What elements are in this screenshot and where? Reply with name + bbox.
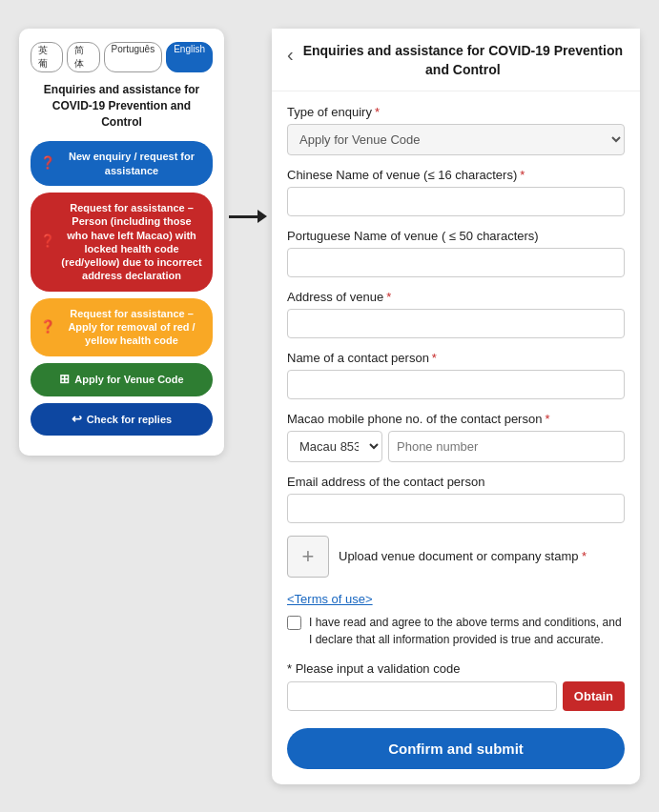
portuguese-name-label: Portuguese Name of venue ( ≤ 50 characte… [287,229,625,243]
validation-row: Obtain [287,681,625,711]
terms-section: <Terms of use> I have read and agree to … [287,590,625,648]
phone-group: Macao mobile phone no. of the contact pe… [287,412,625,462]
form-body: Type of enquiry * Apply for Venue Code N… [272,91,640,769]
phone-label: Macao mobile phone no. of the contact pe… [287,412,625,426]
remove-icon: ❓ [40,319,55,335]
phone-row: Macau 853 [287,431,625,462]
obtain-button[interactable]: Obtain [563,681,625,711]
upload-group: + Upload venue document or company stamp… [287,536,625,578]
request-assistance-label: Request for assistance – Person (includi… [60,201,203,283]
app-container: 英葡 简体 Português English Enquiries and as… [19,19,640,784]
lang-tab-portuguese[interactable]: Português [104,42,163,72]
type-of-enquiry-select[interactable]: Apply for Venue Code New enquiry / reque… [287,124,625,155]
venue-code-label: Apply for Venue Code [74,373,183,386]
phone-number-input[interactable] [388,431,625,462]
terms-checkbox[interactable] [287,616,301,630]
portuguese-name-group: Portuguese Name of venue ( ≤ 50 characte… [287,229,625,277]
email-group: Email address of the contact person [287,475,625,523]
back-button[interactable]: ‹ [287,44,294,66]
replies-icon: ↩ [72,412,82,428]
address-required: * [386,290,391,304]
contact-name-label: Name of a contact person * [287,351,625,365]
phone-prefix-select[interactable]: Macau 853 [287,431,382,462]
address-label: Address of venue * [287,290,625,304]
type-of-enquiry-label: Type of enquiry * [287,105,625,119]
check-replies-button[interactable]: ↩ Check for replies [31,403,213,436]
right-header: ‹ Enquiries and assistance for COVID-19 … [272,29,640,91]
venue-icon: ⊞ [59,372,70,388]
validation-section: * Please input a validation code Obtain [287,661,625,711]
phone-required: * [545,412,549,426]
request-assistance-button[interactable]: ❓ Request for assistance – Person (inclu… [31,193,213,292]
type-of-enquiry-required: * [375,105,380,119]
upload-required: * [582,549,587,563]
email-input[interactable] [287,494,625,523]
terms-link[interactable]: <Terms of use> [287,592,373,606]
terms-checkbox-row: I have read and agree to the above terms… [287,614,625,648]
submit-button[interactable]: Confirm and submit [287,728,625,769]
arrow-container [224,210,272,223]
upload-row: + Upload venue document or company stamp… [287,536,625,578]
validation-label: * Please input a validation code [287,661,625,676]
venue-code-button[interactable]: ⊞ Apply for Venue Code [31,363,213,396]
terms-checkbox-label: I have read and agree to the above terms… [309,614,625,648]
right-panel-title: Enquiries and assistance for COVID-19 Pr… [301,42,625,79]
arrow-head [257,210,267,223]
contact-name-input[interactable] [287,370,625,399]
validation-input[interactable] [287,681,557,711]
remove-code-button[interactable]: ❓ Request for assistance – Apply for rem… [31,298,213,356]
chinese-name-label: Chinese Name of venue (≤ 16 characters) … [287,168,625,182]
lang-tab-english[interactable]: English [166,42,213,72]
left-panel-title: Enquiries and assistance for COVID-19 Pr… [31,82,213,130]
contact-name-required: * [432,351,437,365]
address-group: Address of venue * [287,290,625,338]
chinese-name-required: * [520,168,525,182]
address-input[interactable] [287,309,625,338]
email-label: Email address of the contact person [287,475,625,489]
new-enquiry-label: New enquiry / request for assistance [60,150,203,177]
portuguese-name-input[interactable] [287,248,625,277]
request-icon: ❓ [40,233,55,250]
chinese-name-group: Chinese Name of venue (≤ 16 characters) … [287,168,625,216]
lang-tab-cantonese[interactable]: 英葡 [31,42,63,72]
enquiry-icon: ❓ [40,155,55,172]
check-replies-label: Check for replies [87,413,172,426]
right-panel: ‹ Enquiries and assistance for COVID-19 … [272,29,640,784]
lang-tab-simplified[interactable]: 简体 [67,42,99,72]
new-enquiry-button[interactable]: ❓ New enquiry / request for assistance [31,141,213,186]
upload-label: Upload venue document or company stamp * [339,548,587,565]
chinese-name-input[interactable] [287,187,625,216]
arrow-line [229,215,257,218]
type-of-enquiry-group: Type of enquiry * Apply for Venue Code N… [287,105,625,155]
upload-button[interactable]: + [287,536,329,578]
contact-name-group: Name of a contact person * [287,351,625,399]
direction-arrow [229,210,267,223]
language-tabs: 英葡 简体 Português English [31,42,213,72]
remove-code-label: Request for assistance – Apply for remov… [60,307,203,348]
left-panel: 英葡 简体 Português English Enquiries and as… [19,29,224,456]
